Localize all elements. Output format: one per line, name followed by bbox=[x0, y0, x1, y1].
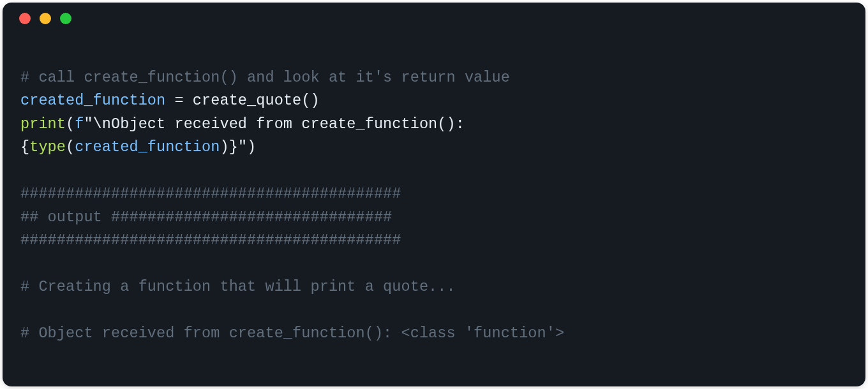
code-separator: ########################################… bbox=[20, 185, 401, 202]
code-paren-open: ( bbox=[66, 138, 75, 156]
code-paren-close: ) bbox=[247, 138, 256, 156]
code-brace-close: } bbox=[229, 138, 238, 156]
window-titlebar bbox=[3, 3, 865, 34]
code-output-comment: # Creating a function that will print a … bbox=[20, 278, 456, 295]
code-paren-open: ( bbox=[66, 115, 75, 133]
code-string-close: " bbox=[238, 138, 247, 156]
code-identifier: created_function bbox=[75, 138, 220, 156]
minimize-icon[interactable] bbox=[40, 13, 51, 24]
code-call-name: create_quote bbox=[193, 92, 301, 109]
code-separator: ## output ##############################… bbox=[20, 209, 392, 226]
code-brace-open: { bbox=[20, 138, 29, 156]
code-fstring-prefix: f bbox=[75, 115, 84, 133]
code-output-comment: # Object received from create_function()… bbox=[20, 325, 564, 342]
code-builtin-type: type bbox=[29, 138, 66, 156]
code-editor[interactable]: # call create_function() and look at it'… bbox=[3, 34, 865, 363]
code-operator: = bbox=[165, 92, 193, 109]
code-builtin: print bbox=[20, 115, 66, 133]
code-separator: ########################################… bbox=[20, 231, 401, 249]
code-identifier: created_function bbox=[20, 92, 165, 109]
code-comment: # call create_function() and look at it'… bbox=[20, 69, 510, 86]
code-parens: () bbox=[301, 92, 319, 109]
code-paren-close: ) bbox=[220, 138, 228, 156]
close-icon[interactable] bbox=[19, 13, 31, 24]
code-window: # call create_function() and look at it'… bbox=[3, 3, 865, 386]
code-string: "\nObject received from create_function(… bbox=[84, 115, 474, 133]
maximize-icon[interactable] bbox=[60, 13, 71, 24]
